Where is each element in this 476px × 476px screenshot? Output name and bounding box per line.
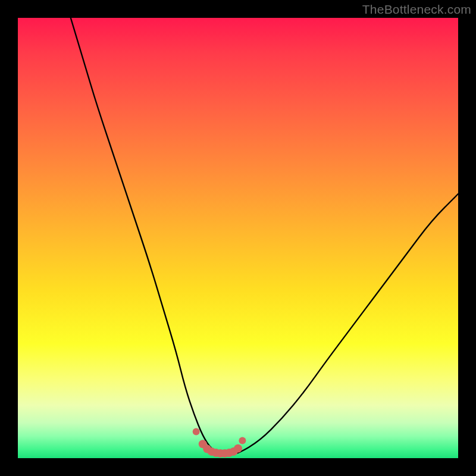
chart-frame: TheBottleneck.com bbox=[0, 0, 476, 476]
plateau-marker bbox=[234, 444, 242, 453]
plateau-marker bbox=[239, 437, 246, 444]
bottleneck-curve-path bbox=[71, 18, 458, 454]
watermark-text: TheBottleneck.com bbox=[362, 2, 471, 17]
bottleneck-chart-svg bbox=[18, 18, 458, 458]
plateau-marker bbox=[193, 428, 200, 436]
plot-area bbox=[18, 18, 458, 458]
